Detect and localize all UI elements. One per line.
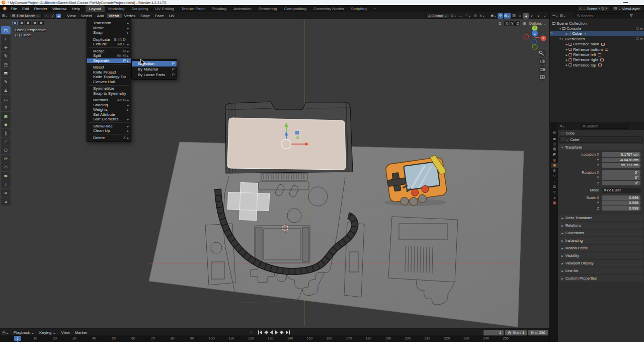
field-value-rotation-x[interactable]: 0°: [602, 170, 640, 175]
submenu-item-by-loose-parts[interactable]: By Loose PartsP: [132, 72, 177, 78]
properties-search[interactable]: [580, 124, 628, 129]
shading-solid-icon[interactable]: ●: [523, 13, 529, 19]
mirror-y-button[interactable]: Y: [510, 21, 515, 26]
shading-material-icon[interactable]: ◐: [529, 13, 535, 19]
viewport-visibility-icon[interactable]: ▭: [640, 27, 643, 31]
workspace-tab-modeling[interactable]: Modeling: [105, 5, 128, 12]
menu-file[interactable]: File: [8, 5, 20, 12]
workspace-tab-geometry-nodes[interactable]: Geometry Nodes: [310, 5, 347, 12]
loop-cut-tool[interactable]: ∥: [1, 129, 11, 137]
exclude-checkbox-icon[interactable]: ☐: [636, 27, 639, 31]
panel-header-instancing[interactable]: ▶Instancing: [558, 237, 643, 244]
menu-item-snap-to-symmetry[interactable]: Snap to Symmetry: [87, 91, 131, 96]
bevel-tool[interactable]: ◆: [1, 120, 11, 128]
outliner-row-scene-collection[interactable]: Scene Collection: [550, 21, 644, 26]
select-mode-subtract-button[interactable]: [25, 21, 31, 25]
viewport-menu-select[interactable]: Select: [78, 14, 94, 18]
jump-to-end-button[interactable]: [285, 329, 290, 335]
properties-tab-physics[interactable]: ◌: [551, 179, 558, 184]
start-frame-field[interactable]: Start 1: [505, 330, 527, 335]
outliner-row-refrence-left[interactable]: ▶Refrence left: [550, 52, 644, 57]
submenu-item-by-material[interactable]: By MaterialP: [132, 66, 177, 72]
viewport-menu-uv[interactable]: UV: [167, 14, 177, 18]
box-select-tool[interactable]: ▢: [1, 26, 11, 34]
collapse-arrow-icon[interactable]: ▼: [558, 37, 562, 40]
add-cube-tool[interactable]: ⬚: [1, 95, 11, 103]
measure-tool[interactable]: ∡: [1, 86, 11, 94]
panel-header-relations[interactable]: ▶Relations: [558, 222, 643, 229]
properties-tab-view-layer[interactable]: ▤: [551, 147, 558, 152]
play-reverse-button[interactable]: [269, 329, 274, 335]
extrude-region-tool[interactable]: ⇑: [1, 103, 11, 111]
menu-window[interactable]: Window: [50, 5, 69, 12]
vertex-select-button[interactable]: ∙: [44, 13, 49, 19]
panel-header-custom-properties[interactable]: ▶Custom Properties: [558, 275, 643, 282]
current-frame-field[interactable]: 1: [484, 330, 504, 335]
options-dropdown[interactable]: Options: [529, 21, 542, 26]
viewport-menu-mesh[interactable]: Mesh: [107, 14, 122, 18]
pin-icon[interactable]: ⌖: [598, 7, 600, 11]
shading-dropdown-icon[interactable]: ⌄: [542, 13, 547, 19]
outliner-item-label[interactable]: Console: [567, 26, 581, 31]
face-select-button[interactable]: ▰: [56, 13, 61, 19]
annotate-tool[interactable]: ✎: [1, 78, 11, 86]
panel-header-visibility[interactable]: ▶Visibility: [558, 252, 643, 259]
outliner-item-label[interactable]: Cube: [572, 31, 582, 36]
menu-item-convex-hull[interactable]: Convex Hull: [87, 80, 131, 85]
outliner-row-refrence-back[interactable]: ▶Refrence back: [550, 42, 644, 47]
panel-header-delta-transform[interactable]: ▶Delta Transform: [558, 215, 643, 221]
timeline-ruler[interactable]: 1 10203040506070809010011012013014015016…: [0, 335, 549, 342]
workspace-add-button[interactable]: +: [370, 5, 380, 12]
next-keyframe-button[interactable]: [280, 329, 285, 335]
expand-arrow-icon[interactable]: ▶: [565, 48, 569, 51]
workspace-tab-sculpting[interactable]: Sculpting: [128, 5, 151, 12]
properties-tab-output[interactable]: ⎙: [551, 141, 558, 147]
field-value-mode[interactable]: XYZ Euler: [602, 188, 640, 193]
object-name-field[interactable]: ⬚ ⌄ Cube: [559, 136, 643, 143]
transform-orientation-dropdown[interactable]: ⟂ Global ⌄: [426, 13, 449, 19]
panel-header-motion-paths[interactable]: ▶Motion Paths: [558, 245, 643, 251]
jump-to-start-button[interactable]: [258, 329, 263, 335]
scale-tool[interactable]: ◳: [1, 60, 11, 69]
outliner-item-label[interactable]: Refrence top: [573, 63, 596, 67]
workspace-tab-rendering[interactable]: Rendering: [255, 5, 281, 12]
shear-tool[interactable]: ⧄: [1, 189, 11, 197]
show-object-types-icon[interactable]: ◉⌄: [490, 13, 497, 19]
viewport-menu-view[interactable]: View: [64, 14, 78, 18]
menu-item-knife-project[interactable]: Knife Project: [87, 70, 131, 75]
field-value-y[interactable]: 0.998: [602, 200, 640, 206]
field-value-location-x[interactable]: -6.1767 cm: [602, 152, 640, 157]
knife-tool[interactable]: ⟋: [1, 138, 11, 146]
inset-faces-tool[interactable]: ▣: [1, 112, 11, 120]
view-layer-selector[interactable]: ▤ ⌄ ViewLayer: [612, 6, 643, 12]
navigation-gizmo[interactable]: Y Z X: [524, 26, 546, 50]
menu-item-show-hide[interactable]: Show/Hide▸: [87, 124, 131, 129]
outliner-row-refrences[interactable]: ▼Refrences☐▭: [550, 36, 644, 41]
exclude-checkbox-icon[interactable]: ☐: [636, 37, 639, 41]
editor-type-icon[interactable]: ≡⌄: [560, 124, 565, 128]
viewport-menu-vertex[interactable]: Vertex: [122, 14, 138, 18]
menu-item-split[interactable]: SplitAlt M▸: [87, 53, 131, 58]
axis-y-negative[interactable]: [532, 44, 537, 49]
properties-tab-object-data[interactable]: ▽: [551, 190, 558, 195]
properties-tab-object[interactable]: ▣: [551, 163, 558, 168]
viewport-3d[interactable]: ⊞⌄ ▦ Edit Mode ⌄ ∙╱▰ ViewSelectAddMeshVe…: [0, 12, 549, 328]
workspace-tab-layout[interactable]: Layout: [86, 5, 105, 12]
shading-rendered-icon[interactable]: ◑: [535, 13, 541, 19]
menu-item-weights[interactable]: Weights▸: [87, 107, 131, 112]
properties-tab-render[interactable]: ◙: [551, 136, 558, 142]
workspace-tab-animation[interactable]: Animation: [230, 5, 255, 12]
breadcrumb-object[interactable]: Cube: [566, 131, 575, 135]
play-button[interactable]: [274, 329, 279, 335]
outliner-row-refrence-right[interactable]: ▶Refrence right: [550, 57, 644, 62]
outliner-row-refrence-top[interactable]: ▶Refrence top: [550, 62, 644, 67]
expand-arrow-icon[interactable]: ▶: [565, 43, 569, 46]
expand-arrow-icon[interactable]: ▶: [565, 32, 569, 35]
playhead[interactable]: 1: [14, 336, 21, 341]
menu-render[interactable]: Render: [32, 5, 50, 12]
viewport-visibility-icon[interactable]: ▭: [640, 37, 643, 41]
editor-type-icon[interactable]: ◷⌄: [2, 330, 9, 335]
move-tool[interactable]: ✛: [1, 43, 11, 51]
scene-selector[interactable]: ◬ ⌄ Scene ⌖ ⧉ ✕: [577, 6, 610, 12]
field-value-scale-x[interactable]: 0.998: [602, 195, 640, 200]
